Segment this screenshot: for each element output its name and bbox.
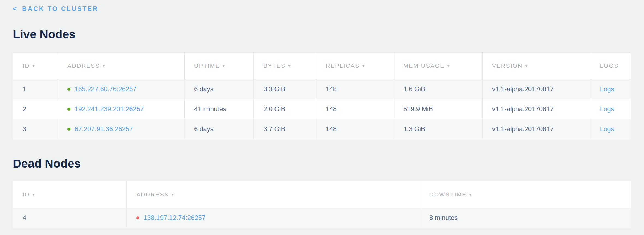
table-header-row: ID▾ADDRESS▾UPTIME▾BYTES▾REPLICAS▾MEM USA… (13, 53, 631, 79)
column-header-id[interactable]: ID▾ (13, 181, 127, 208)
cell-bytes: 2.0 GiB (254, 99, 316, 119)
sort-caret-icon: ▾ (223, 64, 225, 68)
column-header-address[interactable]: ADDRESS▾ (127, 181, 420, 208)
column-header-id[interactable]: ID▾ (13, 53, 58, 79)
column-header-label: BYTES (263, 63, 285, 69)
cell-bytes: 3.7 GiB (254, 119, 316, 139)
column-header-label: ADDRESS (136, 191, 169, 198)
live-nodes-heading: Live Nodes (13, 27, 631, 41)
column-header-label: ID (23, 63, 30, 69)
node-address-link[interactable]: 192.241.239.201:26257 (75, 105, 144, 113)
cell-id: 2 (13, 99, 58, 119)
table-row: 1165.227.60.76:262576 days3.3 GiB1481.6 … (13, 79, 631, 99)
node-address-link[interactable]: 67.207.91.36:26257 (75, 125, 133, 133)
sort-caret-icon: ▾ (469, 192, 472, 197)
table-row: 2192.241.239.201:2625741 minutes2.0 GiB1… (13, 99, 631, 119)
cell-logs: Logs (590, 99, 631, 119)
live-status-dot-icon (67, 128, 70, 131)
dead-status-dot-icon (136, 216, 139, 219)
dead-nodes-table: ID▾ADDRESS▾DOWNTIME▾4138.197.12.74:26257… (13, 181, 631, 228)
column-header-label: ADDRESS (67, 63, 100, 69)
node-address-link[interactable]: 165.227.60.76:26257 (75, 85, 137, 93)
cell-replicas: 148 (316, 119, 394, 139)
cell-address: 138.197.12.74:26257 (127, 208, 420, 228)
dead-nodes-heading: Dead Nodes (13, 157, 631, 170)
back-chevron-icon: < (13, 5, 18, 13)
cell-address: 165.227.60.76:26257 (58, 79, 185, 99)
column-header-bytes[interactable]: BYTES▾ (254, 53, 316, 79)
cell-address: 67.207.91.36:26257 (58, 119, 185, 139)
column-header-downtime[interactable]: DOWNTIME▾ (420, 181, 631, 208)
column-header-label: LOGS (600, 63, 619, 69)
table-header-row: ID▾ADDRESS▾DOWNTIME▾ (13, 181, 631, 208)
cell-uptime: 6 days (184, 79, 253, 99)
cell-version: v1.1-alpha.20170817 (482, 79, 590, 99)
table-row: 4138.197.12.74:262578 minutes (13, 208, 631, 228)
cell-version: v1.1-alpha.20170817 (482, 99, 590, 119)
sort-caret-icon: ▾ (172, 192, 174, 197)
column-header-label: ID (23, 191, 30, 198)
column-header-mem_usage[interactable]: MEM USAGE▾ (394, 53, 482, 79)
cell-address: 192.241.239.201:26257 (58, 99, 185, 119)
sort-caret-icon: ▾ (33, 64, 35, 68)
column-header-label: DOWNTIME (429, 191, 467, 198)
column-header-label: REPLICAS (326, 63, 360, 69)
back-link-label: BACK TO CLUSTER (22, 5, 98, 13)
cell-uptime: 6 days (184, 119, 253, 139)
cell-replicas: 148 (316, 99, 394, 119)
sort-caret-icon: ▾ (525, 64, 528, 68)
cell-replicas: 148 (316, 79, 394, 99)
cell-id: 3 (13, 119, 58, 139)
cell-mem_usage: 519.9 MiB (394, 99, 482, 119)
node-address-link[interactable]: 138.197.12.74:26257 (143, 214, 205, 221)
logs-link[interactable]: Logs (600, 85, 614, 93)
sort-caret-icon: ▾ (362, 64, 365, 68)
column-header-logs: LOGS (590, 53, 631, 79)
cell-id: 1 (13, 79, 58, 99)
live-status-dot-icon (67, 108, 70, 111)
live-nodes-table: ID▾ADDRESS▾UPTIME▾BYTES▾REPLICAS▾MEM USA… (13, 52, 631, 139)
back-to-cluster-link[interactable]: < BACK TO CLUSTER (13, 5, 98, 13)
cell-mem_usage: 1.3 GiB (394, 119, 482, 139)
column-header-address[interactable]: ADDRESS▾ (58, 53, 185, 79)
column-header-version[interactable]: VERSION▾ (482, 53, 590, 79)
logs-link[interactable]: Logs (600, 105, 614, 113)
table-row: 367.207.91.36:262576 days3.7 GiB1481.3 G… (13, 119, 631, 139)
sort-caret-icon: ▾ (33, 192, 35, 197)
sort-caret-icon: ▾ (103, 64, 105, 68)
column-header-label: VERSION (492, 63, 523, 69)
cell-downtime: 8 minutes (420, 208, 631, 228)
cell-logs: Logs (590, 119, 631, 139)
live-status-dot-icon (67, 88, 70, 91)
cell-logs: Logs (590, 79, 631, 99)
column-header-replicas[interactable]: REPLICAS▾ (316, 53, 394, 79)
cell-version: v1.1-alpha.20170817 (482, 119, 590, 139)
cell-id: 4 (13, 208, 127, 228)
column-header-label: UPTIME (194, 63, 220, 69)
column-header-uptime[interactable]: UPTIME▾ (184, 53, 253, 79)
sort-caret-icon: ▾ (288, 64, 291, 68)
sort-caret-icon: ▾ (447, 64, 450, 68)
logs-link[interactable]: Logs (600, 125, 614, 133)
column-header-label: MEM USAGE (403, 63, 445, 69)
cell-mem_usage: 1.6 GiB (394, 79, 482, 99)
cell-uptime: 41 minutes (184, 99, 253, 119)
cell-bytes: 3.3 GiB (254, 79, 316, 99)
